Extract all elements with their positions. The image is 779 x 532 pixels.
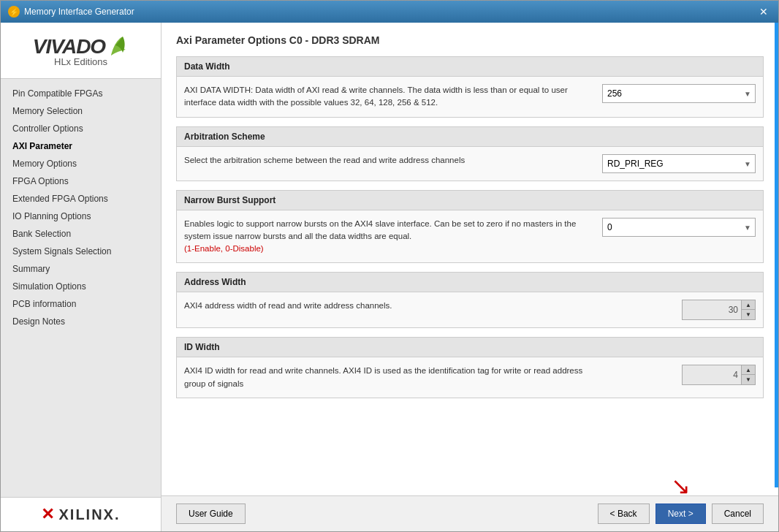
section-narrow-burst: Narrow Burst Support Enables logic to su… bbox=[176, 190, 764, 264]
panel-title: Axi Parameter Options C0 - DDR3 SDRAM bbox=[176, 34, 764, 46]
section-data-width-control: 32 64 128 256 512 bbox=[602, 84, 756, 103]
sidebar-item-fpga-options[interactable]: FPGA Options bbox=[1, 172, 161, 190]
sidebar-nav: Pin Compatible FPGAs Memory Selection Co… bbox=[1, 79, 161, 497]
sidebar-item-summary[interactable]: Summary bbox=[1, 260, 161, 278]
sidebar-item-system-signals[interactable]: System Signals Selection bbox=[1, 243, 161, 260]
address-width-increment[interactable]: ▲ bbox=[742, 300, 755, 310]
address-width-decrement[interactable]: ▼ bbox=[742, 310, 755, 319]
section-data-width-desc: AXI DATA WIDTH: Data width of AXI read &… bbox=[184, 84, 595, 110]
next-button[interactable]: Next > bbox=[656, 503, 706, 524]
section-data-width: Data Width AXI DATA WIDTH: Data width of… bbox=[176, 56, 764, 118]
vivado-brand: VIVADO bbox=[33, 35, 105, 58]
xilinx-logo: ✕ XILINX. bbox=[8, 505, 153, 524]
sidebar-item-pin-compatible[interactable]: Pin Compatible FPGAs bbox=[1, 85, 161, 102]
content-area: VIVADO HLx Editions Pin Compatible FPGAs… bbox=[1, 23, 778, 531]
section-address-width-control: ▲ ▼ bbox=[609, 300, 756, 320]
footer-bar: User Guide < Back ↘ Next > Cancel bbox=[162, 495, 778, 531]
narrow-burst-dropdown[interactable]: 0 1 bbox=[602, 218, 756, 237]
sidebar-item-axi-parameter[interactable]: AXI Parameter bbox=[1, 137, 161, 155]
main-content: Axi Parameter Options C0 - DDR3 SDRAM Da… bbox=[162, 23, 778, 495]
sidebar-logo: VIVADO HLx Editions bbox=[1, 23, 161, 79]
red-arrow-indicator: ↘ bbox=[671, 474, 691, 498]
vivado-hlx: HLx Editions bbox=[54, 56, 107, 67]
section-address-width: Address Width AXI4 address width of read… bbox=[176, 272, 764, 328]
sidebar-item-controller-options[interactable]: Controller Options bbox=[1, 120, 161, 137]
section-id-width-desc: AXI4 ID width for read and write channel… bbox=[184, 365, 602, 390]
next-button-area: ↘ Next > bbox=[656, 503, 706, 524]
footer-right: < Back ↘ Next > Cancel bbox=[598, 503, 764, 524]
id-width-input[interactable] bbox=[683, 365, 741, 384]
vivado-text-area: VIVADO bbox=[33, 34, 129, 59]
address-width-input[interactable] bbox=[683, 300, 741, 319]
section-address-width-body: AXI4 address width of read and write add… bbox=[177, 292, 763, 327]
arbitration-dropdown[interactable]: RD_PRI_REG RD_PRI_FIXED WR_PRI_REG WR_PR… bbox=[602, 154, 756, 173]
section-id-width-body: AXI4 ID width for read and write channel… bbox=[177, 357, 763, 398]
section-data-width-body: AXI DATA WIDTH: Data width of AXI read &… bbox=[177, 77, 763, 117]
vivado-leaf-icon bbox=[108, 34, 129, 59]
cancel-button[interactable]: Cancel bbox=[712, 503, 764, 524]
back-button[interactable]: < Back bbox=[598, 503, 650, 524]
user-guide-button[interactable]: User Guide bbox=[176, 503, 246, 524]
sidebar-item-simulation-options[interactable]: Simulation Options bbox=[1, 278, 161, 295]
xilinx-icon: ✕ bbox=[41, 505, 54, 524]
id-width-spinner-buttons: ▲ ▼ bbox=[741, 365, 755, 384]
footer-left: User Guide bbox=[176, 503, 246, 524]
section-id-width: ID Width AXI4 ID width for read and writ… bbox=[176, 337, 764, 398]
app-icon: ⚡ bbox=[8, 6, 20, 18]
section-id-width-control: ▲ ▼ bbox=[609, 365, 756, 385]
sidebar: VIVADO HLx Editions Pin Compatible FPGAs… bbox=[1, 23, 162, 531]
close-button[interactable]: ✕ bbox=[756, 4, 771, 19]
section-address-width-header: Address Width bbox=[177, 273, 763, 292]
address-width-spinner: ▲ ▼ bbox=[682, 300, 756, 320]
narrow-burst-dropdown-wrapper: 0 1 bbox=[602, 218, 756, 237]
id-width-increment[interactable]: ▲ bbox=[742, 365, 755, 375]
id-width-spinner: ▲ ▼ bbox=[682, 365, 756, 385]
sidebar-bottom: ✕ XILINX. bbox=[1, 497, 161, 531]
narrow-burst-desc-text: Enables logic to support narrow bursts o… bbox=[184, 219, 576, 240]
id-width-decrement[interactable]: ▼ bbox=[742, 375, 755, 384]
section-arbitration-desc: Select the arbitration scheme between th… bbox=[184, 154, 595, 167]
section-narrow-burst-header: Narrow Burst Support bbox=[177, 191, 763, 210]
sidebar-item-io-planning[interactable]: IO Planning Options bbox=[1, 208, 161, 225]
blue-accent-bar bbox=[775, 23, 778, 487]
arbitration-dropdown-wrapper: RD_PRI_REG RD_PRI_FIXED WR_PRI_REG WR_PR… bbox=[602, 154, 756, 173]
sidebar-item-bank-selection[interactable]: Bank Selection bbox=[1, 225, 161, 243]
section-narrow-burst-desc: Enables logic to support narrow bursts o… bbox=[184, 218, 595, 256]
main-window: ⚡ Memory Interface Generator ✕ VIVADO HL… bbox=[0, 0, 779, 532]
window-title: Memory Interface Generator bbox=[24, 7, 134, 17]
section-arbitration: Arbitration Scheme Select the arbitratio… bbox=[176, 126, 764, 181]
section-data-width-header: Data Width bbox=[177, 57, 763, 77]
narrow-burst-note: (1-Enable, 0-Disable) bbox=[184, 244, 264, 253]
title-bar: ⚡ Memory Interface Generator ✕ bbox=[1, 1, 778, 23]
section-address-width-desc: AXI4 address width of read and write add… bbox=[184, 300, 602, 312]
vivado-logo: VIVADO HLx Editions bbox=[8, 34, 153, 67]
section-arbitration-header: Arbitration Scheme bbox=[177, 127, 763, 147]
sidebar-item-extended-fpga[interactable]: Extended FPGA Options bbox=[1, 190, 161, 208]
data-width-dropdown-wrapper: 32 64 128 256 512 bbox=[602, 84, 756, 103]
sidebar-item-pcb-information[interactable]: PCB information bbox=[1, 295, 161, 313]
title-bar-left: ⚡ Memory Interface Generator bbox=[8, 6, 134, 18]
sidebar-item-design-notes[interactable]: Design Notes bbox=[1, 313, 161, 330]
xilinx-brand: XILINX. bbox=[58, 506, 120, 523]
section-narrow-burst-control: 0 1 bbox=[602, 218, 756, 237]
section-id-width-header: ID Width bbox=[177, 338, 763, 357]
section-arbitration-body: Select the arbitration scheme between th… bbox=[177, 147, 763, 180]
main-panel: Axi Parameter Options C0 - DDR3 SDRAM Da… bbox=[162, 23, 778, 531]
section-arbitration-control: RD_PRI_REG RD_PRI_FIXED WR_PRI_REG WR_PR… bbox=[602, 154, 756, 173]
data-width-dropdown[interactable]: 32 64 128 256 512 bbox=[602, 84, 756, 103]
section-narrow-burst-body: Enables logic to support narrow bursts o… bbox=[177, 210, 763, 263]
sidebar-item-memory-options[interactable]: Memory Options bbox=[1, 155, 161, 172]
sidebar-item-memory-selection[interactable]: Memory Selection bbox=[1, 102, 161, 120]
address-width-spinner-buttons: ▲ ▼ bbox=[741, 300, 755, 319]
